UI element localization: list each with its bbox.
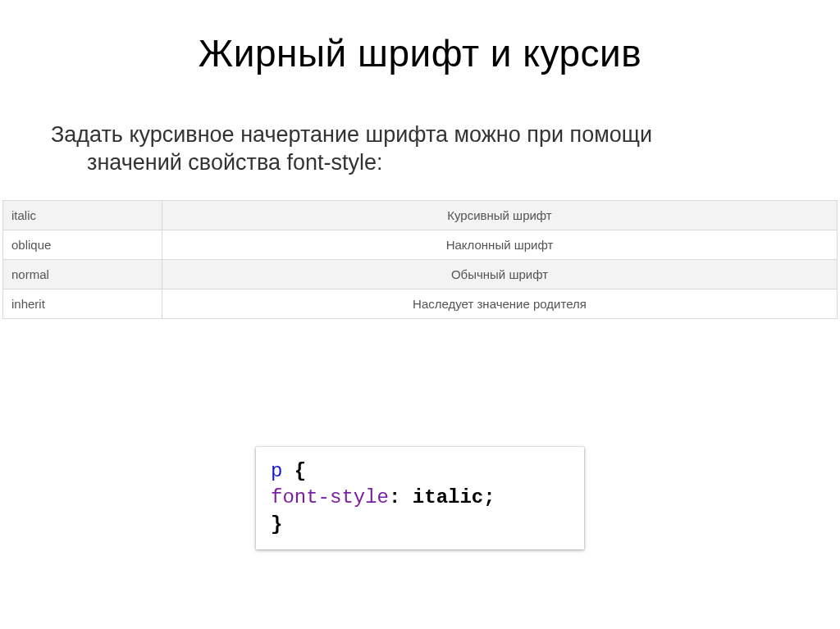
intro-line-1: Задать курсивное начертание шрифта можно… (51, 122, 652, 147)
table-row: oblique Наклонный шрифт (3, 230, 838, 259)
cell-desc: Обычный шрифт (162, 259, 838, 289)
intro-paragraph: Задать курсивное начертание шрифта можно… (51, 121, 789, 177)
code-selector: p (271, 460, 282, 482)
font-style-table: italic Курсивный шрифт oblique Наклонный… (2, 200, 838, 319)
table-row: italic Курсивный шрифт (3, 200, 838, 230)
cell-desc: Курсивный шрифт (162, 200, 838, 230)
code-line-2: font-style: italic; (271, 485, 569, 511)
cell-desc: Наклонный шрифт (162, 230, 838, 259)
cell-desc: Наследует значение родителя (162, 289, 838, 318)
semicolon: ; (483, 486, 495, 508)
close-brace: } (271, 513, 282, 536)
cell-key: oblique (3, 230, 162, 259)
cell-key: normal (3, 259, 162, 289)
table-row: normal Обычный шрифт (3, 259, 838, 289)
colon: : (389, 486, 400, 508)
page-title: Жирный шрифт и курсив (0, 0, 840, 75)
code-line-1: p { (271, 458, 569, 485)
cell-key: italic (3, 200, 162, 230)
code-line-3: } (271, 512, 569, 538)
table-row: inherit Наследует значение родителя (3, 289, 838, 318)
code-example: p { font-style: italic; } (256, 447, 584, 549)
code-property: font-style (271, 486, 389, 508)
cell-key: inherit (3, 289, 162, 318)
intro-line-2: значений свойства font-style: (51, 149, 789, 177)
open-brace: { (294, 460, 306, 482)
slide: Жирный шрифт и курсив Задать курсивное н… (0, 0, 840, 629)
code-value: italic (413, 486, 483, 508)
